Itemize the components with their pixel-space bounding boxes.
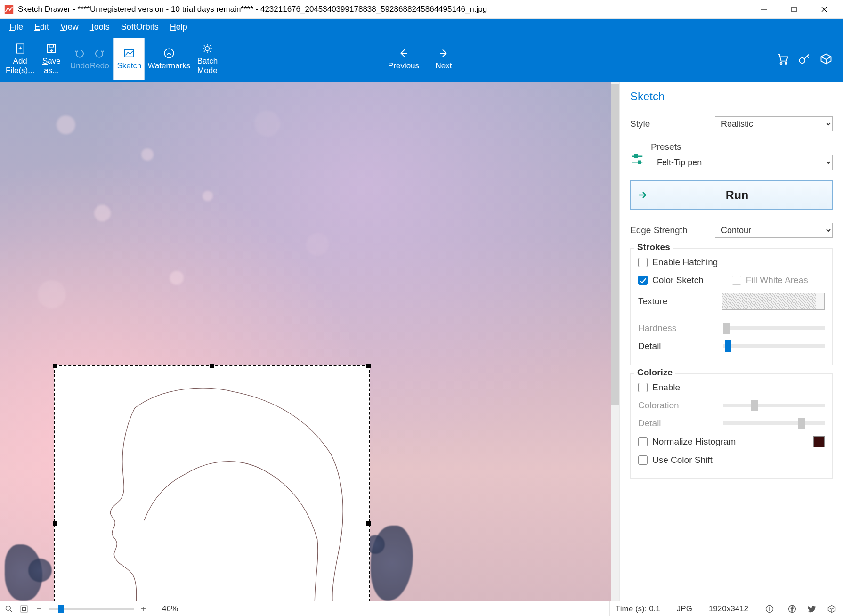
svg-point-32 <box>770 607 770 607</box>
minimize-button[interactable] <box>749 0 779 18</box>
hardness-slider[interactable] <box>723 326 825 330</box>
menu-edit[interactable]: Edit <box>30 20 54 34</box>
menu-softorbits[interactable]: SoftOrbits <box>116 20 163 34</box>
resize-handle[interactable] <box>366 364 371 368</box>
menubar: File Edit View Tools SoftOrbits Help <box>0 19 843 35</box>
strokes-title: Strokes <box>634 242 673 252</box>
batch-mode-button[interactable]: BatchMode <box>193 38 221 80</box>
svg-point-16 <box>780 62 782 64</box>
zoom-tool-icon[interactable] <box>4 604 14 614</box>
hardness-label: Hardness <box>638 323 717 333</box>
zoom-in-button[interactable] <box>138 604 149 614</box>
key-icon[interactable] <box>798 52 811 65</box>
svg-rect-2 <box>792 7 796 12</box>
vertical-scrollbar[interactable] <box>611 82 619 601</box>
add-files-label: AddFile(s)... <box>6 57 34 75</box>
color-swatch[interactable] <box>813 436 825 447</box>
enable-hatching-checkbox[interactable] <box>638 258 648 267</box>
color-sketch-label: Color Sketch <box>652 275 704 285</box>
menu-tools[interactable]: Tools <box>85 20 114 34</box>
previous-label: Previous <box>388 61 419 71</box>
sketch-label: Sketch <box>117 61 141 71</box>
color-sketch-checkbox[interactable] <box>638 276 648 285</box>
titlebar: Sketch Drawer - ****Unregistered version… <box>0 0 843 19</box>
next-button[interactable]: Next <box>430 38 458 80</box>
info-icon[interactable] <box>765 604 774 614</box>
package-icon[interactable] <box>819 52 833 65</box>
zoom-out-button[interactable] <box>34 604 44 614</box>
style-label: Style <box>630 119 709 129</box>
svg-rect-26 <box>23 607 26 610</box>
colorize-title: Colorize <box>634 367 675 378</box>
batch-mode-label: BatchMode <box>197 57 218 75</box>
colorize-enable-checkbox[interactable] <box>638 383 648 392</box>
selection-box[interactable] <box>54 365 370 601</box>
cart-icon[interactable] <box>776 52 789 65</box>
statusbar: 46% Time (s): 0.1 JPG 1920x3412 <box>0 601 843 616</box>
colorize-enable-label: Enable <box>652 382 680 393</box>
svg-point-23 <box>6 606 10 610</box>
sliders-icon <box>630 152 644 166</box>
fill-white-checkbox <box>732 276 741 285</box>
strokes-detail-label: Detail <box>638 341 717 351</box>
sketch-button[interactable]: Sketch <box>113 38 145 80</box>
color-shift-checkbox[interactable] <box>638 455 648 465</box>
zoom-slider[interactable] <box>49 608 134 610</box>
resize-handle[interactable] <box>366 521 371 526</box>
sketch-preview <box>55 366 369 601</box>
resize-handle[interactable] <box>53 364 57 368</box>
maximize-button[interactable] <box>779 0 809 18</box>
zoom-value: 46% <box>162 604 178 614</box>
status-dimensions: 1920x3412 <box>703 601 754 616</box>
previous-button[interactable]: Previous <box>385 38 422 80</box>
svg-rect-20 <box>634 154 638 158</box>
strokes-group: Strokes Enable Hatching Color Sketch Fil… <box>630 248 833 365</box>
ribbon: AddFile(s)... Saveas... Undo Redo Sketch… <box>0 35 843 82</box>
fit-screen-icon[interactable] <box>19 604 29 614</box>
menu-help[interactable]: Help <box>165 20 192 34</box>
enable-hatching-label: Enable Hatching <box>652 257 718 267</box>
resize-handle[interactable] <box>210 364 214 368</box>
resize-handle[interactable] <box>53 521 57 526</box>
presets-select[interactable]: Felt-Tip pen <box>651 155 833 170</box>
box-icon[interactable] <box>827 604 836 614</box>
svg-point-18 <box>800 58 805 64</box>
add-files-button[interactable]: AddFile(s)... <box>3 38 37 80</box>
status-time: Time (s): 0.1 <box>609 601 666 616</box>
style-select[interactable]: Realistic <box>715 116 833 131</box>
twitter-icon[interactable] <box>807 604 817 614</box>
menu-view[interactable]: View <box>56 20 83 34</box>
menu-file[interactable]: File <box>5 20 28 34</box>
coloration-slider[interactable] <box>723 404 825 407</box>
side-panel: Sketch Style Realistic Presets Felt-Tip … <box>619 82 843 601</box>
facebook-icon[interactable] <box>787 604 797 614</box>
window-title: Sketch Drawer - ****Unregistered version… <box>18 5 749 14</box>
fill-white-label: Fill White Areas <box>746 275 808 285</box>
panel-title: Sketch <box>630 90 833 103</box>
svg-point-17 <box>785 62 787 64</box>
run-label: Run <box>642 188 832 202</box>
redo-button: Redo <box>85 38 113 80</box>
close-button[interactable] <box>809 0 839 18</box>
run-button[interactable]: Run <box>630 180 833 210</box>
svg-rect-25 <box>21 606 27 612</box>
colorize-detail-slider[interactable] <box>723 421 825 425</box>
colorize-detail-label: Detail <box>638 418 717 429</box>
strokes-detail-slider[interactable] <box>723 344 825 348</box>
canvas[interactable] <box>0 82 611 601</box>
scrollbar-thumb[interactable] <box>611 84 619 405</box>
texture-select[interactable] <box>722 293 825 310</box>
next-label: Next <box>436 61 452 71</box>
zoom-slider-thumb[interactable] <box>58 605 64 613</box>
watermarks-button[interactable]: Watermarks <box>145 38 193 80</box>
presets-label: Presets <box>651 142 833 152</box>
status-format: JPG <box>671 601 698 616</box>
app-icon <box>4 4 14 15</box>
edge-strength-select[interactable]: Contour <box>715 223 833 238</box>
watermarks-label: Watermarks <box>147 61 190 71</box>
normalize-histogram-checkbox[interactable] <box>638 437 648 446</box>
redo-label: Redo <box>90 61 109 71</box>
texture-label: Texture <box>638 296 716 307</box>
normalize-histogram-label: Normalize Histogram <box>652 437 736 447</box>
save-as-button[interactable]: Saveas... <box>37 38 65 80</box>
